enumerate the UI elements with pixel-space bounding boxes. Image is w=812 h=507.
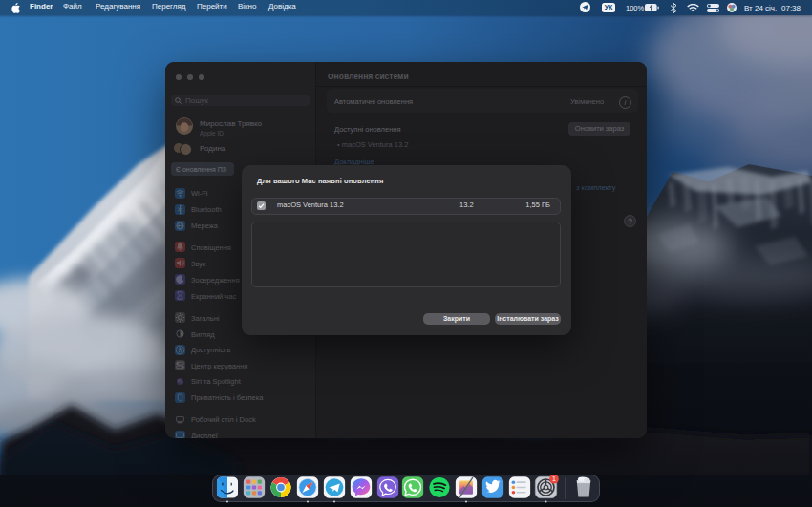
svg-text:1: 1 <box>552 475 556 482</box>
